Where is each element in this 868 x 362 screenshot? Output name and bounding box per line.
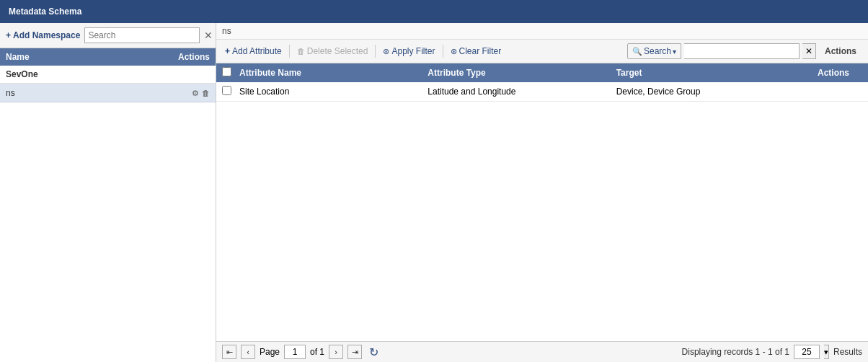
select-all-checkbox[interactable] (222, 67, 231, 76)
page-input[interactable] (284, 345, 306, 359)
of-label: of 1 (310, 347, 324, 357)
sidebar-group-label: SevOne (0, 66, 216, 84)
ns-label: ns (216, 23, 868, 40)
toolbar: Add Attribute Delete Selected Apply Filt… (216, 40, 868, 63)
row-checkbox (222, 86, 239, 97)
add-attribute-label: Add Attribute (232, 46, 282, 56)
search-input[interactable] (684, 43, 800, 59)
search-dropdown-button[interactable]: Search (627, 43, 681, 59)
sidebar: Add Namespace ✕ Name Actions SevOne ns (0, 23, 216, 362)
apply-filter-label: Apply Filter (391, 46, 435, 56)
sidebar-item-delete-button[interactable] (202, 87, 210, 98)
sidebar-search-bar: Add Namespace ✕ (0, 23, 216, 48)
toolbar-separator-3 (443, 45, 443, 58)
data-table: Attribute Name Attribute Type Target Act… (216, 63, 868, 341)
per-page-input[interactable] (794, 345, 820, 359)
add-attribute-button[interactable]: Add Attribute (222, 45, 285, 58)
col-target-header: Target (616, 68, 805, 78)
main-layout: Add Namespace ✕ Name Actions SevOne ns (0, 23, 868, 362)
sidebar-item-ns[interactable]: ns (0, 84, 216, 102)
per-page-dropdown-button[interactable]: ▾ (824, 345, 829, 359)
sidebar-item-name: ns (6, 88, 192, 98)
apply-filter-icon (383, 46, 389, 56)
page-label: Page (260, 347, 280, 357)
clear-filter-icon (451, 46, 457, 56)
table-header-row: Attribute Name Attribute Type Target Act… (216, 63, 868, 82)
app-header: Metadata Schema (0, 0, 868, 23)
results-label: Results (833, 347, 862, 357)
sidebar-col-actions-header: Actions (167, 52, 210, 62)
footer: ⇤ ‹ Page of 1 › ⇥ ↻ Displaying records 1… (216, 341, 868, 362)
sidebar-search-input[interactable] (84, 27, 200, 43)
search-chevron-icon (673, 46, 676, 56)
delete-selected-label: Delete Selected (307, 46, 368, 56)
refresh-button[interactable]: ↻ (369, 345, 378, 359)
next-page-button[interactable]: › (329, 345, 343, 359)
sidebar-item-settings-button[interactable] (192, 87, 199, 98)
sidebar-clear-search-button[interactable]: ✕ (204, 30, 213, 40)
row-target: Device, Device Group (616, 87, 805, 97)
sidebar-col-name-header: Name (6, 52, 167, 62)
search-mag-icon (632, 46, 642, 56)
content-area: ns Add Attribute Delete Selected Apply F… (216, 23, 868, 362)
clear-filter-button[interactable]: Clear Filter (448, 45, 505, 58)
sidebar-table-header: Name Actions (0, 48, 216, 66)
delete-trash-icon (297, 46, 305, 56)
first-page-button[interactable]: ⇤ (222, 345, 236, 359)
delete-selected-button[interactable]: Delete Selected (294, 45, 371, 58)
col-checkbox-header (222, 67, 239, 79)
toolbar-separator-1 (289, 45, 290, 58)
sidebar-item-icons (192, 87, 210, 98)
last-page-button[interactable]: ⇥ (347, 345, 362, 359)
toolbar-separator-2 (375, 45, 376, 58)
add-namespace-label: Add Namespace (13, 30, 80, 40)
row-select-checkbox[interactable] (222, 86, 231, 95)
app-title: Metadata Schema (9, 6, 81, 17)
wrench-icon (192, 88, 199, 98)
clear-filter-label: Clear Filter (459, 46, 502, 56)
search-clear-button[interactable]: ✕ (802, 43, 816, 59)
row-attribute-name: Site Location (239, 87, 428, 97)
table-row: Site Location Latitude and Longitude Dev… (216, 82, 868, 102)
trash-icon (202, 88, 210, 98)
plus-icon (6, 30, 11, 40)
add-attr-plus-icon (225, 46, 230, 56)
row-attribute-type: Latitude and Longitude (428, 87, 616, 97)
search-group: Search ✕ (627, 43, 816, 59)
add-namespace-button[interactable]: Add Namespace (6, 30, 80, 40)
search-label: Search (644, 46, 671, 56)
actions-header-label: Actions (819, 45, 862, 58)
col-attribute-name-header: Attribute Name (239, 68, 428, 78)
col-attribute-type-header: Attribute Type (428, 68, 616, 78)
col-actions-header: Actions (805, 68, 862, 78)
apply-filter-button[interactable]: Apply Filter (380, 45, 438, 58)
prev-page-button[interactable]: ‹ (241, 345, 255, 359)
display-info: Displaying records 1 - 1 of 1 (682, 347, 789, 357)
